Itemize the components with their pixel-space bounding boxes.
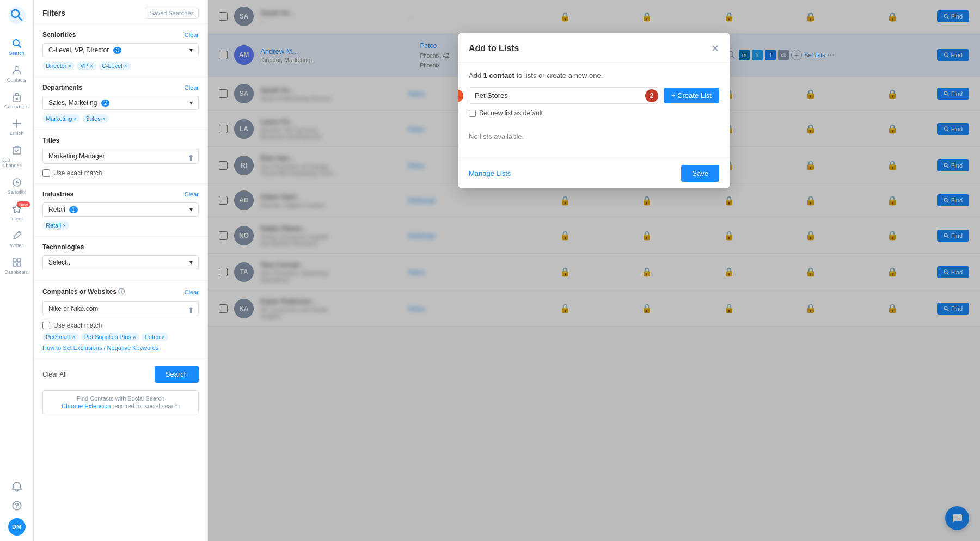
companies-info-icon[interactable]: ⓘ	[118, 288, 125, 296]
modal-title: Add to Lists	[469, 44, 519, 53]
social-search-sub: Chrome Extension required for social sea…	[48, 403, 193, 409]
seniorities-dropdown[interactable]: C-Level, VP, Director 3 ▾	[42, 43, 199, 57]
svg-line-4	[18, 45, 21, 48]
remove-petsmart-icon[interactable]: ×	[72, 334, 76, 340]
sidebar-item-contacts[interactable]: Contacts	[0, 60, 33, 87]
remove-petco-icon[interactable]: ×	[162, 334, 165, 340]
create-list-button[interactable]: + Create List	[664, 88, 719, 103]
companies-upload-icon[interactable]: ⬆	[187, 305, 194, 316]
seniorities-clear[interactable]: Clear	[185, 32, 199, 38]
remove-retail-icon[interactable]: ×	[63, 223, 66, 229]
remove-vp-icon[interactable]: ×	[90, 63, 93, 69]
modal-overlay: Add to Lists ✕ Add 1 contact to lists or…	[208, 0, 980, 541]
sidebar-item-salesflix[interactable]: Salesflix	[0, 173, 33, 199]
modal-default-row: Set new list as default	[469, 109, 719, 117]
company-tag-petco[interactable]: Petco ×	[142, 333, 168, 341]
add-to-lists-modal: Add to Lists ✕ Add 1 contact to lists or…	[458, 33, 730, 188]
main-content: SA Sarah An... ... ... 🔒 🔒 🔒 🔒 🔒 Find	[208, 0, 980, 541]
dept-tag-marketing[interactable]: Marketing ×	[42, 114, 80, 123]
companies-exact-match-checkbox[interactable]	[42, 322, 50, 329]
svg-rect-14	[17, 263, 21, 266]
seniorities-tags: Director × VP × C-Level ×	[42, 62, 199, 70]
step1-badge: 1	[458, 89, 463, 102]
sidebar-item-writer[interactable]: Writer	[0, 226, 33, 253]
seniority-tag-director[interactable]: Director ×	[42, 62, 75, 70]
departments-dropdown[interactable]: Sales, Marketing 2 ▾	[42, 96, 199, 110]
manage-lists-link[interactable]: Manage Lists	[469, 169, 511, 177]
app-logo[interactable]	[7, 5, 27, 25]
list-search-input[interactable]	[469, 87, 659, 104]
industries-clear[interactable]: Clear	[185, 191, 199, 198]
default-list-checkbox[interactable]	[469, 110, 476, 117]
seniorities-badge: 3	[113, 47, 122, 54]
user-avatar[interactable]: DM	[8, 518, 26, 536]
sidebar-item-search[interactable]: Search	[0, 34, 33, 60]
svg-rect-7	[16, 98, 18, 100]
nav-item-intent-label: Intent	[10, 216, 23, 222]
industries-dropdown[interactable]: Retail 1 ▾	[42, 202, 199, 217]
help-icon[interactable]	[11, 500, 23, 514]
departments-badge: 2	[101, 100, 110, 107]
svg-rect-12	[17, 259, 21, 262]
companies-clear[interactable]: Clear	[185, 289, 199, 296]
titles-exact-match-checkbox[interactable]	[42, 169, 50, 177]
saved-searches-button[interactable]: Saved Searches	[145, 8, 199, 19]
technologies-dropdown[interactable]: Select.. ▾	[42, 255, 199, 269]
social-search-label: Find Contacts with Social Search	[48, 395, 193, 402]
departments-dropdown-value: Sales, Marketing 2	[48, 99, 109, 107]
departments-clear[interactable]: Clear	[185, 84, 199, 91]
clear-all-button[interactable]: Clear All	[42, 371, 67, 378]
seniorities-title: Seniorities	[42, 31, 76, 39]
company-tag-pet-supplies[interactable]: Pet Supplies Plus ×	[81, 333, 139, 341]
search-button[interactable]: Search	[155, 366, 199, 383]
intent-badge: New	[17, 201, 30, 207]
step2-badge: 2	[645, 89, 658, 102]
industries-title: Industries	[42, 190, 74, 198]
titles-exact-match-row: Use exact match	[42, 169, 199, 177]
notifications-icon[interactable]	[11, 481, 23, 495]
departments-title: Departments	[42, 84, 82, 91]
departments-chevron-icon: ▾	[189, 99, 193, 107]
modal-footer: Manage Lists Save	[458, 158, 730, 188]
chrome-extension-link[interactable]: Chrome Extension	[62, 403, 111, 409]
sidebar-item-dashboard[interactable]: Dashboard	[0, 253, 33, 279]
sidebar-item-job-changes[interactable]: Job Changes	[0, 140, 33, 173]
sidebar-item-intent[interactable]: Intent New	[0, 199, 33, 226]
modal-close-button[interactable]: ✕	[711, 42, 719, 54]
remove-director-icon[interactable]: ×	[69, 63, 72, 69]
svg-point-16	[16, 507, 17, 508]
upload-icon[interactable]: ⬆	[187, 153, 194, 163]
industries-badge: 1	[69, 206, 78, 213]
company-tag-petsmart[interactable]: PetSmart ×	[42, 333, 79, 341]
save-button[interactable]: Save	[681, 165, 719, 182]
titles-title: Titles	[42, 137, 59, 144]
dept-tag-sales[interactable]: Sales ×	[82, 114, 108, 123]
step2-number: 2	[650, 92, 654, 100]
default-list-label: Set new list as default	[479, 109, 543, 117]
exclusions-link[interactable]: How to Set Exclusions / Negative Keyword…	[42, 345, 199, 351]
remove-pet-supplies-icon[interactable]: ×	[133, 334, 136, 340]
companies-input[interactable]	[42, 301, 199, 316]
filters-sidebar: Filters Saved Searches Seniorities Clear…	[34, 0, 208, 541]
nav-item-enrich-label: Enrich	[10, 131, 24, 136]
social-search-section[interactable]: Find Contacts with Social Search Chrome …	[42, 390, 199, 414]
modal-subtitle-suffix: to lists or create a new one.	[514, 71, 603, 79]
technologies-dropdown-value: Select..	[48, 259, 70, 266]
remove-clevel-icon[interactable]: ×	[124, 63, 127, 69]
nav-item-dashboard-label: Dashboard	[4, 269, 28, 275]
sidebar-item-companies[interactable]: Companies	[0, 87, 33, 114]
remove-marketing-icon[interactable]: ×	[74, 116, 77, 122]
seniority-tag-vp[interactable]: VP ×	[77, 62, 96, 70]
sidebar-item-enrich[interactable]: Enrich	[0, 114, 33, 140]
nav-item-salesflix-label: Salesflix	[8, 189, 26, 195]
remove-sales-icon[interactable]: ×	[102, 116, 106, 122]
modal-contact-count: 1 contact	[483, 71, 514, 79]
technologies-filter: Technologies Select.. ▾	[34, 237, 207, 281]
titles-input[interactable]	[42, 149, 199, 164]
seniority-tag-clevel[interactable]: C-Level ×	[99, 62, 131, 70]
industry-tag-retail[interactable]: Retail ×	[42, 221, 69, 230]
companies-filter: Companies or Websites ⓘ Clear ⬆ Use exac…	[34, 281, 207, 358]
titles-filter: Titles ⬆ Use exact match	[34, 130, 207, 184]
svg-rect-13	[13, 263, 16, 266]
companies-tags: PetSmart × Pet Supplies Plus × Petco ×	[42, 333, 199, 341]
